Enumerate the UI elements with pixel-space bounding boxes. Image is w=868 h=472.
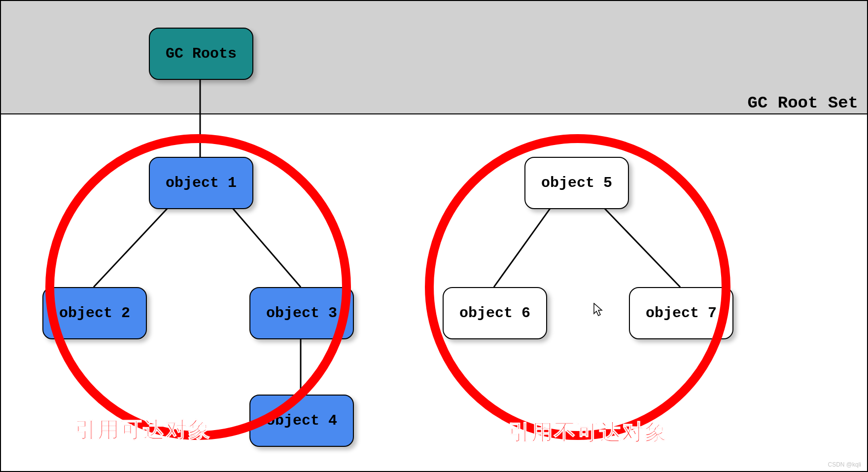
unreachable-circle [425, 134, 730, 440]
gc-root-set-label: GC Root Set [748, 94, 858, 112]
reachable-circle [45, 134, 351, 440]
unreachable-caption: 引用不可达对象 [509, 418, 667, 447]
diagram-page: GC Roots GC Root Set object 1 object 2 o… [0, 0, 868, 472]
gc-roots-node: GC Roots [149, 28, 253, 80]
reachable-caption: 引用可达对象 [75, 415, 211, 444]
watermark: CSDN @kqli [828, 461, 861, 468]
gc-root-area [1, 1, 867, 114]
gc-roots-label: GC Roots [166, 45, 237, 62]
